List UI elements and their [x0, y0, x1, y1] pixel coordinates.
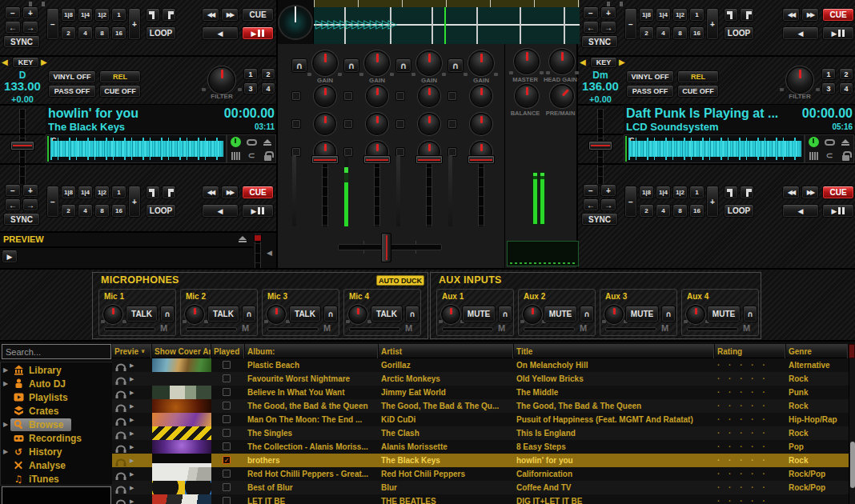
- played-checkbox[interactable]: ✓: [223, 388, 231, 396]
- eject-icon[interactable]: [263, 139, 271, 146]
- beatloop-8-button[interactable]: 8: [94, 204, 110, 218]
- artist-cell[interactable]: Red Hot Chili Peppers: [379, 467, 514, 481]
- beatjump-forward-button[interactable]: →: [600, 21, 616, 34]
- pfl-headphone-button[interactable]: ∩: [395, 58, 411, 73]
- loop-halve-button[interactable]: −: [46, 186, 59, 218]
- album-cell[interactable]: Red Hot Chilli Peppers - Great...: [245, 467, 379, 481]
- eq-mid-knob[interactable]: [367, 114, 387, 134]
- eq-mid-kill-button[interactable]: [343, 119, 353, 129]
- aux-gain-knob[interactable]: [688, 306, 704, 322]
- rating-cell[interactable]: · · · · ·: [715, 494, 786, 504]
- preview-play-icon[interactable]: ▶: [130, 444, 134, 450]
- loop-out-button[interactable]: [162, 186, 176, 199]
- preview-play-icon[interactable]: ▶: [130, 403, 134, 410]
- reloop-button[interactable]: LOOP: [724, 204, 754, 218]
- eq-high-knob[interactable]: [315, 86, 335, 106]
- pfl-headphone-button[interactable]: ∩: [291, 58, 307, 73]
- artist-cell[interactable]: The Clash: [379, 426, 514, 440]
- genre-cell[interactable]: Rock: [786, 426, 849, 440]
- beatloop-2-button[interactable]: 2: [61, 26, 76, 40]
- table-row[interactable]: ▶ ✓ Red Hot Chilli Peppers - Great... Re…: [112, 467, 849, 481]
- master-knob[interactable]: [516, 50, 538, 73]
- loop-out-button[interactable]: [740, 8, 754, 22]
- expand-arrow-icon[interactable]: ▶: [3, 448, 10, 455]
- beatloop-16-button[interactable]: 16: [111, 26, 126, 40]
- loop-double-button[interactable]: +: [706, 8, 719, 40]
- hotcue-1-button[interactable]: 1: [243, 68, 258, 80]
- played-checkbox[interactable]: ✓: [223, 429, 231, 437]
- pre-main-knob[interactable]: [548, 82, 577, 111]
- loop-out-button[interactable]: [162, 8, 176, 22]
- deck-waveform[interactable]: C: [624, 134, 805, 163]
- played-checkbox[interactable]: ✓: [223, 483, 231, 491]
- eq-mid-knob[interactable]: [472, 114, 491, 134]
- played-checkbox[interactable]: ✓: [223, 361, 231, 369]
- rating-cell[interactable]: · · · · ·: [715, 481, 786, 494]
- genre-cell[interactable]: Punk: [786, 386, 849, 399]
- artist-cell[interactable]: THE BEATLES: [379, 494, 514, 504]
- beatloop-1-button[interactable]: 1: [689, 186, 704, 199]
- mic-pfl-button[interactable]: ∩: [405, 306, 419, 322]
- beatloop-4-button[interactable]: 4: [656, 204, 671, 218]
- beatloop-1-8-button[interactable]: 1|8: [639, 8, 654, 22]
- cue-button[interactable]: CUE: [242, 8, 274, 22]
- table-row[interactable]: ▶ ✓ Best of Blur Blur Coffee And TV · · …: [112, 481, 849, 494]
- play-pause-button[interactable]: ▶: [822, 26, 854, 40]
- loop-in-button[interactable]: [724, 186, 738, 199]
- loop-in-button[interactable]: [146, 186, 160, 199]
- beatjump-back-button[interactable]: ←: [5, 21, 21, 34]
- artist-cell[interactable]: The Good, The Bad & The Qu...: [379, 399, 514, 413]
- auto-duck-button[interactable]: AUTO DUCK: [376, 275, 424, 286]
- reloop-button[interactable]: LOOP: [146, 204, 176, 218]
- filter-knob[interactable]: [788, 68, 812, 92]
- beatloop-1-4-button[interactable]: 1|4: [656, 186, 671, 199]
- aux-gain-knob[interactable]: [606, 306, 622, 322]
- table-row[interactable]: ▶ ✓ Favourite Worst Nightmare Arctic Mon…: [112, 372, 849, 386]
- cue-button[interactable]: CUE: [242, 186, 274, 199]
- keylock-icon[interactable]: [842, 155, 849, 161]
- beatgrid-icon[interactable]: [809, 152, 818, 160]
- preview-play-icon[interactable]: ▶: [130, 390, 134, 396]
- expand-arrow-icon[interactable]: ▶: [3, 380, 10, 387]
- sidebar-item-itunes[interactable]: ♫ iTunes: [1, 472, 112, 486]
- table-row[interactable]: ▶ ✓ The Singles The Clash This Is Englan…: [112, 426, 849, 440]
- preview-play-icon[interactable]: ▶: [130, 362, 134, 369]
- genre-cell[interactable]: Rock/Pop: [786, 467, 849, 481]
- rate-perm-up-button[interactable]: +: [600, 184, 616, 197]
- reverse-button[interactable]: ◀: [782, 204, 819, 218]
- rating-cell[interactable]: · · · · ·: [715, 454, 786, 467]
- gain-knob[interactable]: [418, 52, 440, 74]
- rating-cell[interactable]: · · · · ·: [715, 413, 786, 426]
- preview-play-icon[interactable]: ▶: [130, 430, 134, 437]
- crossfader-handle[interactable]: [381, 233, 391, 262]
- played-checkbox[interactable]: ✓: [223, 402, 231, 410]
- expand-arrow-icon[interactable]: ▶: [3, 421, 10, 428]
- loop-in-button[interactable]: [146, 8, 160, 22]
- album-cell[interactable]: Best of Blur: [245, 481, 379, 494]
- rel-mode-button[interactable]: REL: [677, 70, 719, 83]
- preview-play-icon[interactable]: ▶: [130, 376, 134, 382]
- quantize-icon[interactable]: ⊂: [247, 150, 255, 161]
- beatloop-4-button[interactable]: 4: [78, 204, 93, 218]
- beatjump-forward-button[interactable]: →: [600, 198, 616, 211]
- pitch-fader-handle[interactable]: [10, 141, 34, 150]
- eq-mid-knob[interactable]: [315, 114, 335, 134]
- volume-fader-track[interactable]: [322, 158, 328, 226]
- beatloop-1-2-button[interactable]: 1|2: [94, 8, 110, 22]
- aux-gain-knob[interactable]: [524, 306, 540, 322]
- preview-play-icon[interactable]: ▶: [130, 471, 134, 478]
- album-cell[interactable]: brothers: [245, 454, 379, 467]
- artist-cell[interactable]: Arctic Monkeys: [379, 372, 514, 386]
- album-cell[interactable]: LET IT BE: [245, 494, 379, 504]
- loop-in-button[interactable]: [724, 8, 738, 22]
- fast-forward-button[interactable]: ▶▶: [801, 186, 819, 199]
- loop-double-button[interactable]: +: [706, 186, 719, 218]
- eq-mid-kill-button[interactable]: [448, 119, 457, 129]
- beatloop-1-2-button[interactable]: 1|2: [672, 186, 688, 199]
- cue-mode-button[interactable]: CUE OFF: [677, 85, 719, 98]
- album-cell[interactable]: Believe In What You Want: [245, 386, 379, 399]
- hotcue-1-button[interactable]: 1: [821, 68, 836, 80]
- beatloop-1-2-button[interactable]: 1|2: [94, 186, 110, 199]
- overview-strip-deck1[interactable]: ▷▷▷▷▷▷▷▷▷▷▷▷▷: [314, 7, 580, 44]
- mic-pfl-button[interactable]: ∩: [160, 306, 175, 322]
